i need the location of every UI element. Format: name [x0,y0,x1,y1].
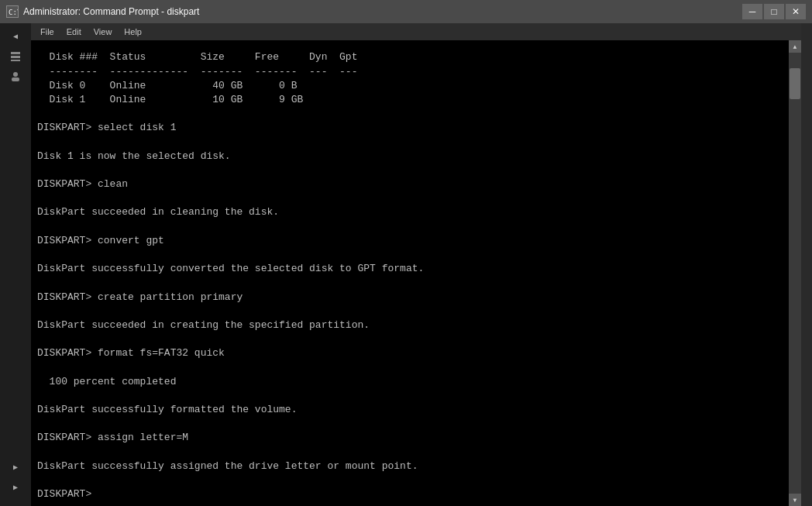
close-button[interactable]: ✕ [786,4,806,19]
menu-help[interactable]: Help [118,23,148,40]
sidebar-icon-2 [4,47,27,66]
minimize-button[interactable]: ─ [742,4,762,19]
svg-rect-2 [11,52,20,54]
menu-view[interactable]: View [88,23,119,40]
svg-rect-4 [11,60,20,61]
terminal-output[interactable]: Microsoft DiskPart version 10.0.10240 Co… [31,40,789,506]
menu-bar: File Edit View Help [31,23,801,40]
svg-rect-6 [12,77,19,81]
svg-point-5 [13,72,18,77]
terminal-text: Microsoft DiskPart version 10.0.10240 Co… [37,40,783,501]
sidebar-expand-icon[interactable]: ▶ [4,458,27,477]
menu-file[interactable]: File [34,23,60,40]
scrollbar-thumb[interactable] [790,68,800,99]
window-controls: ─ □ ✕ [742,4,806,19]
main-content: File Edit View Help Microsoft DiskPart v… [31,23,801,506]
sidebar-back-icon[interactable]: ◀ [4,27,27,46]
scroll-down-arrow[interactable]: ▼ [789,494,801,506]
sidebar-expand-icon-2[interactable]: ▶ [4,478,27,497]
svg-text:C:\: C:\ [9,9,18,16]
window-title: Administrator: Command Prompt - diskpart [23,6,199,17]
maximize-button[interactable]: □ [764,4,784,19]
title-bar: C:\ Administrator: Command Prompt - disk… [0,0,812,23]
svg-rect-3 [11,56,20,58]
scrollbar: ▲ ▼ [789,40,801,506]
outer-wrapper: ◀ ▶ ▶ File Edit View Help Microsoft Disk… [0,23,812,506]
sidebar-icon-3 [4,67,27,86]
right-sidebar [801,23,812,506]
title-bar-left: C:\ Administrator: Command Prompt - disk… [6,5,199,18]
menu-edit[interactable]: Edit [60,23,88,40]
scroll-up-arrow[interactable]: ▲ [789,40,801,53]
left-sidebar: ◀ ▶ ▶ [0,23,31,506]
cmd-icon: C:\ [6,5,19,18]
